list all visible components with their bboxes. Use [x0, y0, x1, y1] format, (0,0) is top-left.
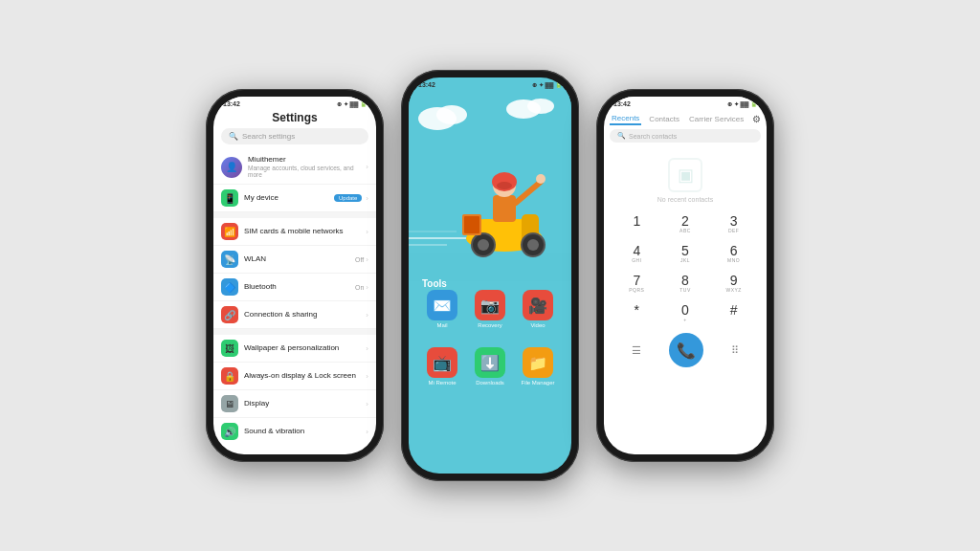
sound-label: Sound & vibration [244, 427, 366, 436]
key-0-letters: + [683, 317, 686, 323]
key-1[interactable]: 1 [613, 210, 660, 238]
status-bar-dialer: 13:42 ⊕ ✦ ▓▓ 🔋 [604, 97, 767, 109]
update-badge[interactable]: Update [334, 194, 362, 202]
display-label: Display [244, 399, 366, 408]
wallpaper-item[interactable]: 🖼 Wallpaper & personalization › [213, 335, 376, 363]
menu-icon[interactable]: ☰ [632, 344, 641, 357]
bluetooth-item[interactable]: 🔷 Bluetooth On › [213, 274, 376, 301]
key-8[interactable]: 8 TUV [662, 270, 709, 298]
key-7[interactable]: 7 PQRS [613, 270, 660, 298]
key-6[interactable]: 6 MNO [710, 240, 757, 268]
recovery-icon: 📷 [475, 290, 505, 320]
chevron-icon: › [366, 372, 368, 381]
chevron-icon: › [366, 255, 368, 264]
wlan-value: Off [355, 256, 364, 263]
status-time-home: 13:42 [418, 81, 435, 88]
key-5-num: 5 [681, 244, 689, 257]
key-2-letters: ABC [679, 228, 691, 234]
chevron-icon: › [366, 344, 368, 353]
key-3[interactable]: 3 DEF [710, 210, 757, 238]
key-6-letters: MNO [727, 257, 740, 264]
connection-icon: 🔗 [221, 306, 238, 323]
no-recent-section: ▣ No recent contacts [604, 146, 767, 210]
svg-point-13 [478, 239, 489, 251]
chevron-icon: › [366, 228, 368, 236]
key-4[interactable]: 4 GHI [613, 240, 660, 268]
key-2[interactable]: 2 ABC [662, 210, 709, 238]
search-placeholder: Search settings [242, 132, 295, 141]
my-device-text: My device [244, 193, 334, 203]
status-bar-settings: 13:42 ⊕ ✦ ▓▓ 🔋 [213, 97, 376, 109]
status-icons-dialer: ⊕ ✦ ▓▓ 🔋 [727, 100, 757, 107]
app-filemanager[interactable]: 📁 File Manager [517, 347, 559, 386]
search-icon: 🔍 [229, 132, 238, 141]
bottom-dock-row: 📺 Mi Remote ⬇️ Downloads 📁 File Manager [409, 343, 571, 390]
sound-icon: 🔊 [221, 423, 238, 440]
search-bar[interactable]: 🔍 Search settings [221, 128, 368, 144]
key-9-letters: WXYZ [725, 287, 741, 294]
app-downloads[interactable]: ⬇️ Downloads [469, 347, 511, 386]
sim-item[interactable]: 📶 SIM cards & mobile networks › [213, 218, 376, 246]
phone-home: 13:42 ⊕ ✦ ▓▓ 🔋 [401, 70, 579, 481]
sound-item[interactable]: 🔊 Sound & vibration › [213, 418, 376, 445]
key-0[interactable]: 0 + [662, 299, 709, 327]
profile-text: Miuithemer Manage accounts, cloud servic… [248, 155, 366, 179]
wlan-label: WLAN [244, 254, 355, 264]
profile-item[interactable]: 👤 Miuithemer Manage accounts, cloud serv… [213, 150, 376, 185]
downloads-label: Downloads [476, 380, 504, 386]
display-icon: 🖥 [221, 395, 238, 412]
status-time: 13:42 [223, 100, 240, 107]
key-star[interactable]: * [613, 299, 660, 327]
chevron-icon: › [366, 194, 368, 203]
chevron-icon: › [366, 428, 368, 436]
key-2-num: 2 [681, 214, 689, 228]
app-miremote[interactable]: 📺 Mi Remote [421, 347, 463, 386]
wallpaper-label: Wallpaper & personalization [244, 343, 366, 353]
key-0-num: 0 [681, 303, 689, 317]
wlan-item[interactable]: 📡 WLAN Off › [213, 246, 376, 274]
phone-settings: 13:42 ⊕ ✦ ▓▓ 🔋 Settings 🔍 Search setting… [206, 89, 384, 462]
svg-point-15 [527, 239, 539, 251]
tab-carrier[interactable]: Carrier Services [687, 114, 746, 124]
sim-label: SIM cards & mobile networks [244, 227, 366, 236]
my-device-item[interactable]: 📱 My device Update › [213, 185, 376, 212]
dialpad: 1 2 ABC 3 DEF 4 GHI 5 JKL [604, 210, 767, 327]
key-1-num: 1 [633, 214, 640, 228]
key-5[interactable]: 5 JKL [662, 240, 709, 268]
key-hash[interactable]: # [710, 299, 757, 327]
profile-name: Miuithemer [248, 155, 366, 165]
svg-point-2 [436, 105, 467, 124]
wallpaper-icon: 🖼 [221, 340, 238, 357]
call-button[interactable]: 📞 [669, 333, 703, 367]
app-video[interactable]: 🎥 Video [517, 290, 559, 329]
dialer-tabs: Recents Contacts Carrier Services ⚙ [604, 109, 767, 127]
bluetooth-value: On [355, 284, 364, 291]
key-7-num: 7 [633, 274, 640, 287]
search-icon: 🔍 [617, 132, 626, 140]
no-recent-text: No recent contacts [657, 196, 713, 203]
display-item[interactable]: 🖥 Display › [213, 390, 376, 418]
key-4-num: 4 [633, 244, 640, 257]
bluetooth-label: Bluetooth [244, 282, 355, 292]
connection-item[interactable]: 🔗 Connection & sharing › [213, 301, 376, 329]
svg-rect-16 [493, 195, 516, 222]
aod-item[interactable]: 🔒 Always-on display & Lock screen › [213, 363, 376, 390]
app-mail[interactable]: ✉️ Mail [421, 290, 463, 329]
status-time-dialer: 13:42 [613, 100, 631, 107]
dialer-search[interactable]: 🔍 Search contacts [610, 129, 761, 143]
key-9[interactable]: 9 WXYZ [710, 270, 757, 298]
sim-icon: 📶 [221, 223, 238, 240]
key-hash-num: # [730, 303, 738, 317]
keypad-icon[interactable]: ⠿ [731, 344, 739, 357]
mail-icon: ✉️ [427, 290, 457, 320]
key-4-letters: GHI [632, 257, 641, 264]
settings-icon[interactable]: ⚙ [752, 114, 761, 124]
search-placeholder: Search contacts [629, 133, 677, 140]
miremote-label: Mi Remote [428, 380, 456, 386]
tab-contacts[interactable]: Contacts [647, 114, 681, 124]
status-bar-home: 13:42 ⊕ ✦ ▓▓ 🔋 [409, 77, 571, 90]
svg-rect-23 [464, 216, 479, 233]
mail-label: Mail [436, 322, 447, 329]
app-recovery[interactable]: 📷 Recovery [469, 290, 511, 329]
tab-recents[interactable]: Recents [610, 113, 641, 125]
